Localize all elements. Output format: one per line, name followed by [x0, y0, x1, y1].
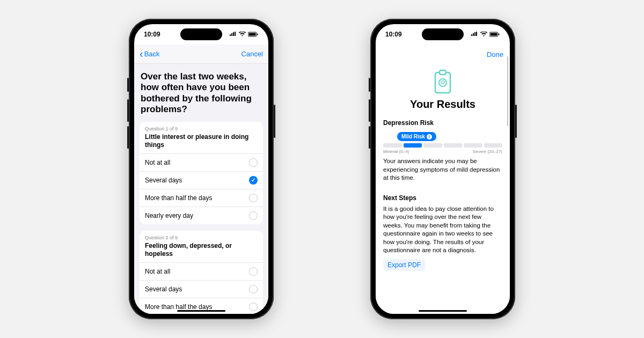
scale-max-label: Severe (20–27): [473, 149, 502, 154]
svg-rect-6: [435, 72, 450, 93]
status-time: 10:09: [385, 31, 402, 38]
scale-segment: [484, 143, 503, 148]
option-not-at-all[interactable]: Not at all: [140, 262, 263, 280]
question-text: Little interest or pleasure in doing thi…: [145, 133, 258, 149]
status-icons: [471, 32, 500, 37]
results-content: Your Results Depression Risk Mild Risk i…: [376, 64, 510, 314]
home-indicator[interactable]: [177, 310, 225, 312]
scale-segment: [423, 143, 442, 148]
question-counter: Question 1 of 9: [145, 126, 258, 131]
radio-icon: [249, 194, 258, 202]
radio-checked-icon: [249, 176, 258, 185]
risk-summary-text: Your answers indicate you may be experie…: [383, 157, 502, 182]
question-card-1: Question 1 of 9 Little interest or pleas…: [140, 122, 263, 224]
option-nearly-every-day[interactable]: Nearly every day: [140, 207, 263, 224]
scale-segment: [383, 143, 402, 148]
nav-bar: Back Cancel: [134, 45, 268, 64]
scale-segment: [464, 143, 482, 148]
depression-risk-label: Depression Risk: [383, 119, 502, 127]
next-steps-label: Next Steps: [383, 194, 502, 202]
home-indicator[interactable]: [419, 310, 467, 312]
svg-rect-4: [491, 33, 497, 36]
info-icon: i: [427, 134, 432, 139]
option-several-days[interactable]: Several days: [140, 171, 263, 189]
radio-icon: [249, 211, 258, 220]
option-more-than-half[interactable]: More than half the days: [140, 189, 263, 207]
scale-min-label: Minimal (0–4): [383, 149, 409, 154]
questionnaire-content: Over the last two weeks, how often have …: [134, 64, 268, 314]
scale-labels: Minimal (0–4) Severe (20–27): [383, 149, 502, 154]
scale-segment-active: [404, 143, 422, 148]
nav-bar: Done: [376, 45, 510, 64]
question-counter: Question 2 of 9: [145, 235, 258, 240]
clipboard-brain-icon: [432, 68, 453, 95]
question-card-2: Question 2 of 9 Feeling down, depressed,…: [140, 231, 263, 314]
status-time: 10:09: [144, 31, 160, 38]
scrollbar[interactable]: [507, 56, 509, 126]
option-several-days[interactable]: Several days: [140, 280, 263, 298]
cancel-button[interactable]: Cancel: [241, 50, 263, 58]
radio-icon: [249, 158, 258, 167]
done-button[interactable]: Done: [487, 50, 503, 58]
svg-rect-2: [257, 34, 258, 35]
svg-rect-1: [249, 33, 256, 36]
risk-scale: [383, 143, 502, 148]
radio-icon: [249, 303, 258, 311]
phone-mockup-questionnaire: 10:09 Back Cancel Over the last two week…: [129, 19, 274, 319]
radio-icon: [249, 285, 258, 293]
svg-point-8: [439, 79, 447, 86]
option-not-at-all[interactable]: Not at all: [140, 153, 263, 171]
svg-rect-5: [499, 34, 500, 35]
results-title: Your Results: [383, 98, 502, 111]
dynamic-island: [422, 28, 464, 40]
next-steps-body: It is a good idea to pay close attention…: [383, 205, 502, 255]
question-text: Feeling down, depressed, or hopeless: [145, 242, 258, 258]
radio-icon: [249, 267, 258, 276]
scale-segment: [444, 143, 463, 148]
back-button[interactable]: Back: [140, 50, 160, 58]
svg-rect-7: [440, 70, 446, 75]
export-pdf-button[interactable]: Export PDF: [383, 259, 425, 271]
dynamic-island: [180, 28, 222, 40]
questionnaire-heading: Over the last two weeks, how often have …: [141, 71, 262, 115]
risk-level-pill[interactable]: Mild Risk i: [397, 132, 436, 141]
phone-mockup-results: 10:09 Done Your Results Depression Risk …: [370, 19, 515, 319]
status-icons: [229, 32, 259, 37]
